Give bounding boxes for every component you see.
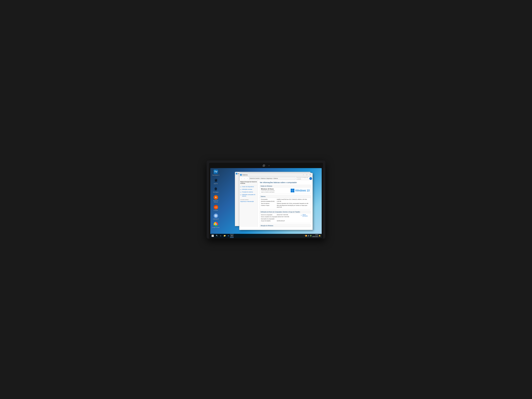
sistema-window-icon (240, 174, 242, 176)
explorer-window-icon (236, 173, 237, 174)
up-button[interactable]: ↑ (246, 177, 248, 180)
description-label: Descrição do computador: (261, 218, 277, 220)
sistema-close-button[interactable]: ✕ (309, 174, 312, 176)
webcam-bar: ⓗ (210, 164, 322, 167)
screen-bezel: ⓗ TV TeamViewer 11 🖥 Este PC (209, 163, 323, 239)
system-info-table: Processador: Intel(R) Core(TM) Duo CPU T… (261, 199, 310, 208)
shield-icon-gestor: 🛡 (240, 186, 241, 188)
system-content: Processador: Intel(R) Core(TM) Duo CPU T… (260, 198, 310, 209)
taskbar-sistema-item[interactable]: 🖥 (230, 234, 234, 238)
main-content: Ver informações básicas sobre o computad… (258, 180, 313, 227)
activation-section: Ativação do Windows O Windows esta ativa… (260, 224, 311, 227)
ccleaner-label: CCleaner (214, 210, 218, 211)
address-path: Painel de Controlo > Sistema e Segurança… (250, 178, 278, 179)
alterar-definicoes-button[interactable]: 🛡 Alterar definições (301, 214, 310, 217)
protecao-label: Proteção do sistema (242, 191, 253, 193)
reciclagem-label: Reciclagem (213, 192, 219, 193)
system-clock[interactable]: 16:51 25/01/2021 (312, 234, 318, 237)
edition-name: Windows 10 Home (261, 188, 275, 190)
chrome-icon-desktop[interactable]: Google Chrome (212, 222, 220, 228)
taskbar-file-explorer-item[interactable]: 📁 (222, 234, 227, 238)
ram-value: 1,00 GB (277, 201, 310, 202)
edition-content: Windows 10 Home © 2015 Microsoft Corpora… (260, 187, 310, 194)
type-row: Tipo de sistema: Sistema Operativo de 32… (261, 203, 310, 204)
sidebar-footer-label: Consulta também: (240, 199, 257, 200)
main-section-title: Ver informações básicas sobre o computad… (260, 181, 311, 184)
sistema-titlebar: Sistema – □ ✕ (239, 173, 313, 177)
edition-row: Windows 10 Home © 2015 Microsoft Corpora… (261, 188, 310, 193)
taskbar-task-view-button[interactable]: ⧉ (219, 234, 222, 237)
avast-icon-desktop[interactable]: A Avast Free Antivirus (212, 195, 220, 203)
tray-expand-icon[interactable]: ^ (304, 235, 305, 237)
search-placeholder: Procurar no Painel de Controlo (297, 177, 309, 180)
start-icon (212, 235, 214, 237)
windows10-text: Windows 10 (295, 189, 310, 192)
clock-time: 16:51 (312, 234, 318, 236)
computer-name-value: DESKTOP-VT6FVPB (277, 214, 301, 216)
alterar-def-label: Alterar definições (302, 214, 310, 217)
cdburnerxp-app-icon (214, 214, 218, 218)
webcam-dot (268, 165, 270, 166)
ccleaner-icon-desktop[interactable]: CC CCleaner (212, 205, 220, 211)
sidebar-item-definicoes-avancadas[interactable]: 🛡 Definições avançadas do sistema (240, 194, 257, 197)
teamviewer-icon-desktop[interactable]: TV TeamViewer 11 (212, 169, 220, 176)
ram-row: Memória instalada (RAM): 1,00 GB (261, 201, 310, 202)
sistema-taskbar-icon: 🖥 (231, 235, 233, 237)
computer-name-row: Nome do computador: DESKTOP-VT6FVPB (261, 214, 301, 216)
sidebar-item-gestor[interactable]: 🛡 Gestor de Dispositivos (240, 186, 257, 188)
forward-button[interactable]: → (243, 177, 246, 180)
description-value (277, 218, 301, 220)
reciclagem-app-icon: 🗑 (214, 187, 218, 191)
start-button[interactable] (210, 234, 215, 238)
taskbar-right: ^ 📶 🔊 🔋 16:51 25/01/2021 🔔 (304, 234, 322, 237)
shield-icon-alterar: 🛡 (301, 215, 302, 216)
system-section: Sistema Processador: Intel(R) Core(TM) D… (260, 195, 311, 209)
computer-name-label: Nome do computador: (261, 214, 277, 216)
workgroup-value: WORKGROUP (277, 220, 301, 222)
network-icon[interactable]: 📶 (305, 235, 307, 237)
shield-icon-remotas: 🛡 (240, 189, 241, 190)
type-value: Sistema Operativo de 32 bits, processado… (277, 203, 310, 204)
full-name-row: Nome completo do computador: DESKTOP-VT6… (261, 216, 301, 218)
full-name-label: Nome completo do computador: (261, 216, 278, 218)
reciclagem-icon-desktop[interactable]: 🗑 Reciclagem (212, 186, 220, 193)
laptop: ⓗ TV TeamViewer 11 🖥 Este PC (207, 160, 325, 239)
battery-icon[interactable]: 🔋 (310, 235, 312, 237)
edition-copyright: © 2015 Microsoft Corporation.Todos os di… (261, 190, 275, 193)
taskbar: 🔍 ⧉ 📁 e 🖥 ^ 📶 🔊 🔋 16:51 (210, 234, 322, 238)
type-label: Tipo de sistema: (261, 203, 277, 204)
sistema-maximize-button[interactable]: □ (305, 174, 308, 176)
processor-row: Processador: Intel(R) Core(TM) Duo CPU T… (261, 199, 310, 200)
sistema-window-controls[interactable]: – □ ✕ (302, 174, 312, 176)
sistema-window[interactable]: Sistema – □ ✕ ← → ↑ Painel de Controlo >… (239, 173, 313, 230)
este-pc-icon-desktop[interactable]: 🖥 Este PC (212, 178, 220, 184)
sidebar-home-link[interactable]: Página Principal do Painel de Controlo (240, 181, 257, 184)
processor-value: Intel(R) Core(TM) Duo CPU T2400 @ 1.83GH… (277, 199, 310, 200)
desktop-icons: TV TeamViewer 11 🖥 Este PC 🗑 Reciclagem (212, 169, 220, 228)
seguranca-label: Segurança e Manutenção (240, 201, 254, 203)
windows10-logo: Windows 10 (291, 189, 310, 192)
sistema-minimize-button[interactable]: – (302, 174, 305, 176)
cdburnerxp-icon-desktop[interactable]: CDBurnerXP (212, 213, 220, 220)
gestor-label: Gestor de Dispositivos (242, 186, 254, 188)
windows10-flag-icon (291, 189, 294, 192)
sidebar-item-protecao[interactable]: 🛡 Proteção do sistema (240, 191, 257, 193)
address-input[interactable]: Painel de Controlo > Sistema e Segurança… (249, 177, 295, 180)
notifications-icon[interactable]: 🔔 (319, 235, 321, 237)
sidebar-seguranca[interactable]: Segurança e Manutenção (240, 201, 257, 203)
shield-icon-protecao: 🛡 (240, 191, 241, 193)
system-header: Sistema (260, 195, 310, 198)
sidebar-item-definicoes-remotas[interactable]: 🛡 Definições remotas (240, 189, 257, 190)
ram-label: Memória instalada (RAM): (261, 201, 277, 202)
definicoes-remotas-label: Definições remotas (242, 189, 252, 190)
address-bar: ← → ↑ Painel de Controlo > Sistema e Seg… (239, 177, 313, 180)
svg-point-2 (216, 215, 216, 216)
edition-section: Edição do Windows Windows 10 Home © 2015… (260, 185, 311, 194)
shield-icon-avancadas: 🛡 (240, 194, 241, 196)
back-button[interactable]: ← (240, 177, 243, 180)
computer-name-table: Nome do computador: DESKTOP-VT6FVPB Nome… (261, 214, 301, 222)
volume-icon[interactable]: 🔊 (308, 235, 309, 237)
search-input[interactable]: Procurar no Painel de Controlo 🔍 (296, 177, 312, 180)
taskbar-edge-item[interactable]: e (227, 234, 230, 238)
taskbar-search-button[interactable]: 🔍 (215, 234, 219, 237)
